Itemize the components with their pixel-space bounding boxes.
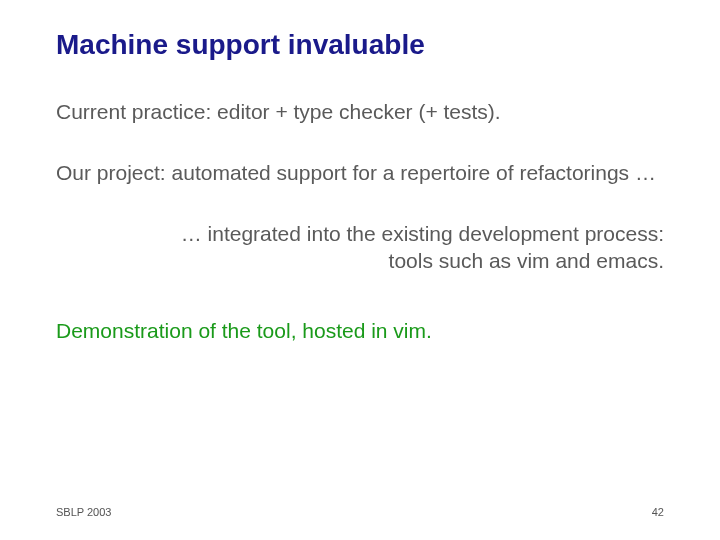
paragraph-integrated: … integrated into the existing developme…: [56, 220, 664, 275]
paragraph-current-practice: Current practice: editor + type checker …: [56, 98, 664, 125]
footer-page-number: 42: [652, 506, 664, 518]
slide-title: Machine support invaluable: [56, 28, 664, 62]
footer-conference: SBLP 2003: [56, 506, 111, 518]
paragraph-our-project: Our project: automated support for a rep…: [56, 159, 664, 186]
slide-footer: SBLP 2003 42: [56, 506, 664, 518]
paragraph-demonstration: Demonstration of the tool, hosted in vim…: [56, 317, 664, 344]
slide: Machine support invaluable Current pract…: [0, 0, 720, 540]
